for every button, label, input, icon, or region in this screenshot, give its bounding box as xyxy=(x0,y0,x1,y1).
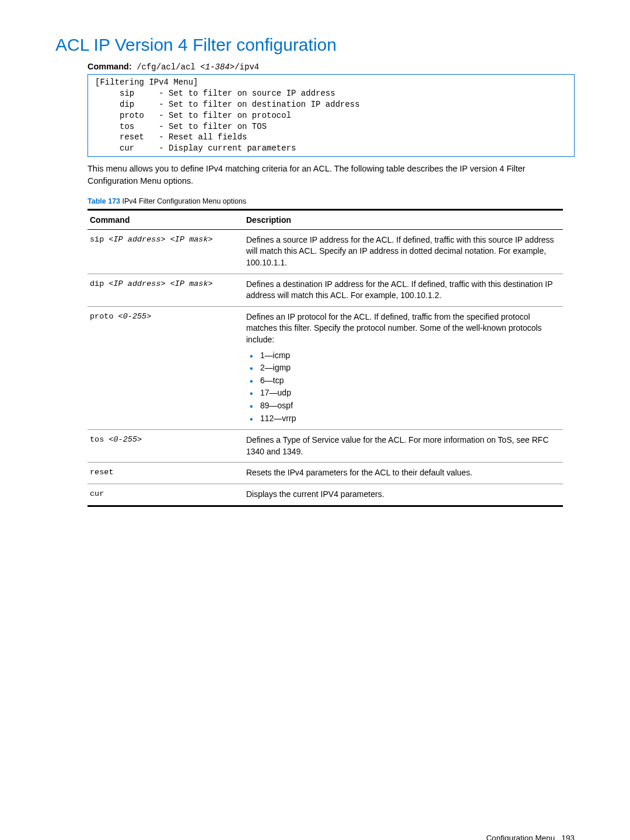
desc-reset: Resets the IPv4 parameters for the ACL t… xyxy=(244,463,563,484)
table-caption-text: IPv4 Filter Configuration Menu options xyxy=(120,197,246,205)
table-number: Table 173 xyxy=(88,197,120,205)
table-row: dip <IP address> <IP mask> Defines a des… xyxy=(88,274,563,306)
desc-dip: Defines a destination IP address for the… xyxy=(244,274,563,306)
list-item: 6—tcp xyxy=(250,374,561,387)
col-command: Command xyxy=(88,209,244,229)
table-row: cur Displays the current IPV4 parameters… xyxy=(88,484,563,506)
table-caption: Table 173 IPv4 Filter Configuration Menu… xyxy=(88,197,575,205)
list-item: 2—igmp xyxy=(250,362,561,374)
list-item: 17—udp xyxy=(250,387,561,400)
desc-sip: Defines a source IP address for the ACL.… xyxy=(244,229,563,274)
footer-page-number: 193 xyxy=(561,834,575,840)
options-table: Command Description sip <IP address> <IP… xyxy=(88,209,563,507)
command-line: Command: /cfg/acl/acl <1-384>/ipv4 xyxy=(88,62,575,72)
list-item: 89—ospf xyxy=(250,400,561,412)
page-title: ACL IP Version 4 Filter configuration xyxy=(55,35,575,55)
command-path-range: <1-384> xyxy=(200,62,235,72)
cmd-cur: cur xyxy=(88,484,244,506)
list-item: 1—icmp xyxy=(250,349,561,362)
desc-proto: Defines an IP protocol for the ACL. If d… xyxy=(244,306,563,429)
col-description: Description xyxy=(244,209,563,229)
proto-list: 1—icmp 2—igmp 6—tcp 17—udp 89—ospf 112—v… xyxy=(250,349,561,425)
desc-cur: Displays the current IPV4 parameters. xyxy=(244,484,563,506)
cmd-dip: dip <IP address> <IP mask> xyxy=(88,274,244,306)
command-path-prefix: /cfg/acl/acl xyxy=(132,62,201,72)
cmd-reset: reset xyxy=(88,463,244,484)
command-path-suffix: /ipv4 xyxy=(235,62,259,72)
cmd-proto: proto <0-255> xyxy=(88,306,244,429)
table-row: tos <0-255> Defines a Type of Service va… xyxy=(88,430,563,463)
menu-output-box: [Filtering IPv4 Menu] sip - Set to filte… xyxy=(88,74,575,157)
command-label: Command: xyxy=(88,62,132,71)
intro-text: This menu allows you to define IPv4 matc… xyxy=(88,163,575,187)
cmd-tos: tos <0-255> xyxy=(88,430,244,463)
footer-section: Configuration Menu xyxy=(486,834,555,840)
table-row: reset Resets the IPv4 parameters for the… xyxy=(88,463,563,484)
table-row: sip <IP address> <IP mask> Defines a sou… xyxy=(88,229,563,274)
table-row: proto <0-255> Defines an IP protocol for… xyxy=(88,306,563,429)
cmd-sip: sip <IP address> <IP mask> xyxy=(88,229,244,274)
list-item: 112—vrrp xyxy=(250,412,561,425)
page-footer: Configuration Menu 193 xyxy=(55,834,575,840)
desc-tos: Defines a Type of Service value for the … xyxy=(244,430,563,463)
